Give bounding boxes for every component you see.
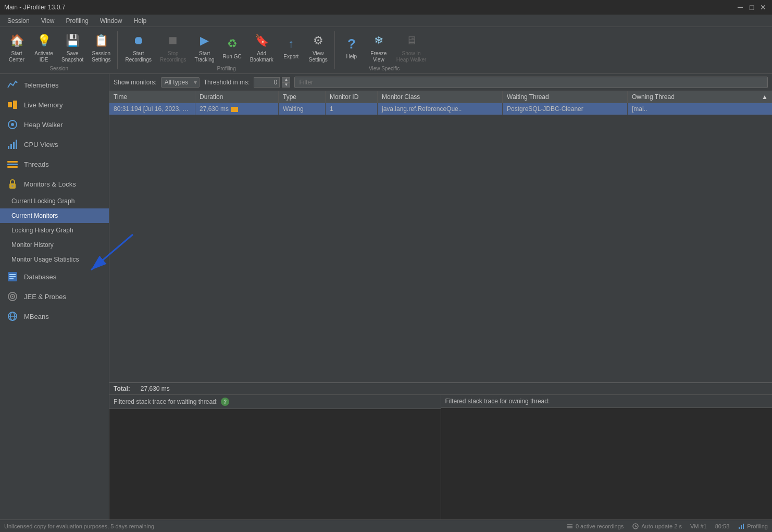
- sidebar-item-cpu-views[interactable]: CPU Views: [0, 134, 109, 154]
- sidebar-section-main: Telemetries Live Memory: [0, 74, 109, 327]
- show-heap-walker-label: Show InHeap Walker: [396, 51, 426, 63]
- window-controls: ─ □ ✕: [736, 3, 768, 12]
- svg-rect-10: [7, 166, 18, 168]
- help-icon: ?: [343, 35, 360, 52]
- export-button[interactable]: ↑ Export: [278, 29, 305, 71]
- svg-rect-6: [13, 142, 15, 149]
- start-recordings-icon: ⏺: [130, 32, 147, 49]
- time-text: 80:58: [715, 523, 730, 529]
- profiling-text: Profiling: [747, 523, 768, 529]
- run-gc-button[interactable]: ♻ Run GC: [219, 29, 246, 71]
- svg-rect-9: [7, 164, 18, 165]
- sidebar-item-monitor-usage-statistics[interactable]: Monitor Usage Statistics: [0, 252, 109, 267]
- vm-text: VM #1: [690, 523, 707, 529]
- maximize-button[interactable]: □: [747, 3, 756, 12]
- sidebar-item-jee-probes[interactable]: JEE & Probes: [0, 287, 109, 306]
- start-center-label: StartCenter: [9, 51, 24, 63]
- svg-rect-27: [739, 527, 740, 529]
- activate-ide-button[interactable]: 💡 ActivateIDE: [30, 29, 57, 71]
- save-snapshot-button[interactable]: 💾 SaveSnapshot: [57, 29, 88, 71]
- view-settings-label: ViewSettings: [309, 51, 328, 63]
- start-recordings-label: StartRecordings: [125, 51, 152, 63]
- filter-bar: Show monitors: All types Waiting Blocked…: [109, 74, 772, 91]
- sidebar-item-threads[interactable]: Threads: [0, 154, 109, 174]
- view-settings-button[interactable]: ⚙ ViewSettings: [305, 29, 332, 71]
- menu-help[interactable]: Help: [129, 16, 152, 26]
- add-bookmark-button[interactable]: 🔖 AddBookmark: [246, 29, 278, 71]
- td-waiting-thread: PostgreSQL-JDBC-Cleaner: [503, 103, 628, 115]
- thread-icon: [566, 523, 574, 530]
- save-snapshot-icon: 💾: [64, 32, 81, 49]
- start-tracking-icon: ▶: [196, 32, 213, 49]
- owning-thread-panel: Filtered stack trace for owning thread:: [441, 395, 773, 519]
- menu-view[interactable]: View: [36, 16, 60, 26]
- th-monitor-class[interactable]: Monitor Class: [378, 91, 503, 103]
- sidebar-item-current-locking-graph[interactable]: Current Locking Graph: [0, 194, 109, 208]
- svg-rect-4: [8, 146, 9, 149]
- svg-point-12: [11, 185, 14, 187]
- sidebar-item-mbeans[interactable]: MBeans: [0, 306, 109, 326]
- export-icon: ↑: [283, 35, 300, 52]
- show-monitors-select-wrapper: All types Waiting Blocked: [161, 77, 200, 88]
- run-gc-icon: ♻: [224, 35, 241, 52]
- th-time[interactable]: Time: [109, 91, 195, 103]
- start-recordings-button[interactable]: ⏺ StartRecordings: [121, 29, 156, 71]
- menu-session[interactable]: Session: [2, 16, 35, 26]
- sidebar-item-telemetries[interactable]: Telemetries: [0, 75, 109, 95]
- show-heap-walker-button[interactable]: 🖥 Show InHeap Walker: [392, 29, 430, 71]
- th-owning-thread[interactable]: Owning Thread ▲: [628, 91, 772, 103]
- sidebar-item-heap-walker[interactable]: Heap Walker: [0, 115, 109, 134]
- session-settings-button[interactable]: 📋 SessionSettings: [88, 29, 115, 71]
- th-monitor-id[interactable]: Monitor ID: [326, 91, 378, 103]
- start-center-button[interactable]: 🏠 StartCenter: [3, 29, 30, 71]
- svg-rect-1: [13, 101, 17, 109]
- th-type[interactable]: Type: [279, 91, 326, 103]
- toolbar-group-profiling: ⏺ StartRecordings ⏹ StopRecordings ▶ Sta…: [118, 29, 334, 71]
- bottom-panels: Filtered stack trace for waiting thread:…: [109, 394, 772, 519]
- waiting-help-icon[interactable]: ?: [221, 398, 229, 406]
- sidebar-item-monitors-locks[interactable]: Monitors & Locks: [0, 174, 109, 194]
- stop-recordings-button[interactable]: ⏹ StopRecordings: [156, 29, 191, 71]
- filter-search-input[interactable]: [294, 77, 768, 88]
- svg-rect-15: [9, 276, 16, 277]
- session-group-label: Session: [0, 66, 118, 71]
- total-value: 27,630 ms: [141, 385, 170, 392]
- telemetries-icon: [6, 79, 19, 91]
- svg-rect-16: [9, 278, 14, 279]
- export-label: Export: [283, 54, 298, 60]
- activate-ide-label: ActivateIDE: [34, 51, 53, 63]
- svg-rect-0: [8, 102, 12, 107]
- svg-rect-5: [10, 144, 12, 149]
- menu-profiling[interactable]: Profiling: [61, 16, 94, 26]
- freeze-view-button[interactable]: ❄ FreezeView: [365, 29, 392, 71]
- td-time: 80:31.194 [Jul 16, 2023, 11:3..: [109, 103, 195, 115]
- waiting-thread-body: [109, 409, 441, 519]
- minimize-button[interactable]: ─: [736, 3, 745, 12]
- show-monitors-select[interactable]: All types Waiting Blocked: [161, 77, 200, 88]
- help-button[interactable]: ? Help: [338, 29, 365, 71]
- profiling-icon: [738, 523, 745, 530]
- table-row[interactable]: 80:31.194 [Jul 16, 2023, 11:3.. 27,630 m…: [109, 103, 772, 115]
- sidebar-item-monitor-history[interactable]: Monitor History: [0, 238, 109, 252]
- current-monitors-label: Current Monitors: [11, 212, 58, 219]
- freeze-view-label: FreezeView: [370, 51, 387, 63]
- close-button[interactable]: ✕: [758, 3, 768, 12]
- sidebar-item-current-monitors[interactable]: Current Monitors: [0, 208, 109, 223]
- locking-history-graph-label: Locking History Graph: [11, 227, 73, 234]
- threshold-up-button[interactable]: ▲: [282, 77, 290, 82]
- th-duration[interactable]: Duration: [195, 91, 279, 103]
- table-header: Time Duration Type Monitor ID Monitor Cl…: [109, 91, 772, 103]
- threshold-input[interactable]: [254, 77, 280, 88]
- start-tracking-button[interactable]: ▶ StartTracking: [191, 29, 219, 71]
- threshold-down-button[interactable]: ▼: [282, 82, 290, 88]
- menu-window[interactable]: Window: [95, 16, 128, 26]
- th-waiting-thread[interactable]: Waiting Thread: [503, 91, 628, 103]
- owning-thread-label: Filtered stack trace for owning thread:: [445, 398, 550, 405]
- td-type: Waiting: [279, 103, 326, 115]
- sidebar-item-live-memory[interactable]: Live Memory: [0, 95, 109, 115]
- sidebar-item-locking-history-graph[interactable]: Locking History Graph: [0, 223, 109, 238]
- status-bar: Unlicensed copy for evaluation purposes,…: [0, 519, 772, 532]
- show-monitors-label: Show monitors:: [114, 79, 157, 86]
- sidebar-item-databases[interactable]: Databases: [0, 267, 109, 287]
- td-monitor-id: 1: [326, 103, 378, 115]
